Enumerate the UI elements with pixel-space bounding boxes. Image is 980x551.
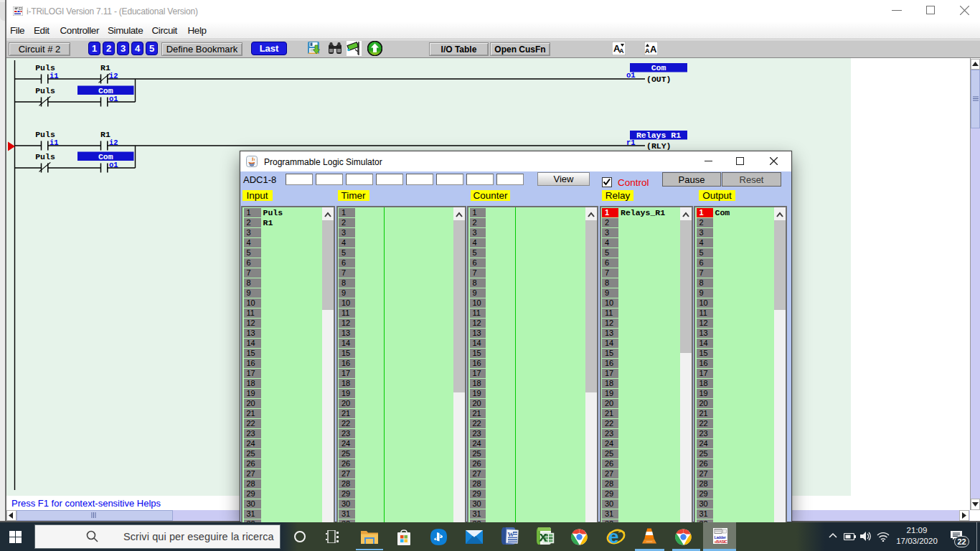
svg-text:Puls: Puls	[35, 63, 55, 72]
svg-text:+BASIC: +BASIC	[715, 540, 727, 544]
svg-text:Relays R1: Relays R1	[636, 131, 681, 140]
svg-text:e: e	[608, 527, 618, 546]
svg-text:o1: o1	[109, 95, 118, 103]
svg-text:Puls: Puls	[35, 152, 55, 161]
svg-text:A: A	[619, 47, 624, 55]
svg-text:Puls: Puls	[35, 130, 55, 139]
svg-text:Com: Com	[651, 63, 666, 72]
svg-text:r1: r1	[626, 138, 636, 147]
svg-text:(OUT): (OUT)	[646, 75, 672, 84]
svg-text:R1: R1	[100, 130, 110, 139]
svg-text:Com: Com	[98, 152, 113, 161]
svg-text:A: A	[650, 44, 657, 55]
svg-text:o1: o1	[626, 71, 636, 80]
svg-text:i2: i2	[109, 72, 118, 80]
svg-text:i2: i2	[109, 138, 118, 147]
svg-text:Com: Com	[98, 86, 113, 95]
svg-text:Puls: Puls	[35, 86, 55, 95]
svg-text:i1: i1	[50, 138, 59, 147]
svg-text:(RLY): (RLY)	[646, 141, 672, 151]
svg-text:R1: R1	[100, 63, 110, 72]
svg-text:i1: i1	[50, 72, 59, 80]
svg-text:A: A	[645, 47, 650, 55]
svg-text:o1: o1	[109, 161, 118, 169]
